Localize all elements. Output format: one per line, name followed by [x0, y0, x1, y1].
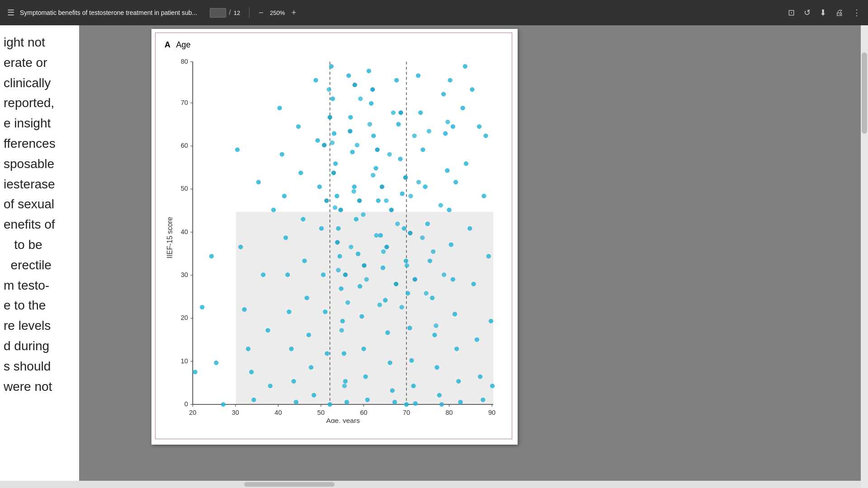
dot	[383, 298, 387, 302]
dot	[443, 131, 448, 136]
history-icon[interactable]: ↺	[804, 8, 811, 18]
dot	[271, 207, 276, 212]
dot	[242, 307, 246, 312]
chart-label-title: Age	[176, 40, 190, 49]
dot	[323, 310, 327, 314]
dot	[453, 180, 458, 184]
dot	[302, 258, 307, 263]
x-tick-90: 90	[488, 409, 495, 416]
dot	[398, 157, 402, 161]
x-tick-70: 70	[403, 409, 410, 416]
dot	[387, 152, 392, 156]
dot	[395, 221, 400, 226]
dot	[463, 64, 467, 69]
dot	[413, 277, 417, 282]
dot	[214, 361, 218, 365]
dot	[425, 221, 430, 226]
more-options-icon[interactable]: ⋮	[853, 8, 861, 18]
dot	[423, 184, 427, 189]
dot	[396, 122, 401, 127]
zoom-in-button[interactable]: +	[292, 8, 297, 18]
dot	[451, 277, 455, 282]
dot	[246, 347, 250, 351]
dot	[477, 124, 481, 129]
dot	[359, 314, 364, 319]
dot	[280, 152, 284, 156]
dot	[282, 194, 287, 198]
print-icon[interactable]: 🖨	[835, 8, 844, 18]
dot	[357, 198, 362, 203]
dot	[349, 244, 353, 249]
dot	[221, 402, 226, 407]
dot	[439, 203, 443, 207]
left-text-panel: ight not erate or clinically reported, e…	[0, 25, 79, 488]
dot	[261, 272, 265, 277]
dot	[330, 141, 335, 145]
menu-icon[interactable]: ☰	[7, 8, 14, 18]
dot	[333, 205, 337, 210]
dot	[351, 189, 356, 193]
dot	[283, 235, 288, 240]
median-dot-2	[404, 402, 409, 407]
page-navigation: 9 / 12	[210, 8, 240, 18]
dot	[392, 400, 397, 404]
toolbar-right: ⊡ ↺ ⬇ 🖨 ⋮	[788, 8, 861, 18]
y-tick-40: 40	[181, 228, 188, 235]
text-line: e insight	[4, 113, 75, 134]
pdf-viewer-area[interactable]: A Age	[79, 25, 861, 488]
dot	[427, 129, 431, 133]
dot	[251, 398, 256, 402]
dot	[343, 379, 348, 384]
dot	[330, 96, 335, 101]
dot	[343, 272, 348, 277]
dot	[411, 384, 415, 388]
dot	[268, 384, 273, 388]
dot	[431, 249, 435, 254]
dot	[322, 143, 326, 147]
y-tick-80: 80	[181, 58, 188, 65]
dot	[361, 347, 366, 351]
dot	[376, 198, 381, 203]
x-tick-20: 20	[189, 409, 196, 416]
dot	[265, 328, 270, 333]
dot	[442, 272, 446, 277]
text-line: clinically	[4, 73, 75, 94]
x-tick-40: 40	[274, 409, 282, 416]
fit-page-icon[interactable]: ⊡	[788, 8, 795, 18]
dot	[390, 388, 395, 393]
text-line: enefits of	[4, 215, 75, 235]
zoom-out-button[interactable]: −	[259, 8, 264, 18]
dot	[478, 374, 482, 379]
text-line: of sexual	[4, 194, 75, 215]
y-tick-10: 10	[181, 357, 188, 365]
horizontal-scrollbar-thumb[interactable]	[244, 482, 335, 487]
dot	[367, 69, 371, 73]
dot	[287, 310, 291, 314]
current-page-input[interactable]: 9	[210, 8, 226, 18]
dot	[352, 184, 357, 189]
vertical-scrollbar[interactable]	[861, 25, 868, 488]
dot	[325, 351, 329, 356]
dot	[432, 333, 437, 337]
dot	[339, 286, 343, 291]
dot	[458, 400, 462, 404]
dot	[335, 240, 340, 244]
horizontal-scrollbar[interactable]	[0, 481, 861, 488]
dot	[324, 198, 329, 203]
dot	[464, 161, 468, 166]
dot	[235, 147, 240, 152]
dot	[404, 258, 408, 263]
dot	[317, 184, 322, 189]
dot	[394, 282, 398, 286]
dot	[403, 175, 408, 180]
dot	[381, 266, 385, 270]
dot	[471, 282, 476, 286]
scrollbar-thumb[interactable]	[862, 52, 867, 134]
dot	[370, 87, 375, 92]
download-icon[interactable]: ⬇	[820, 8, 826, 18]
y-tick-30: 30	[181, 271, 188, 278]
dot	[353, 83, 357, 87]
dot	[333, 161, 338, 166]
dot	[361, 212, 365, 217]
x-tick-50: 50	[317, 409, 325, 416]
